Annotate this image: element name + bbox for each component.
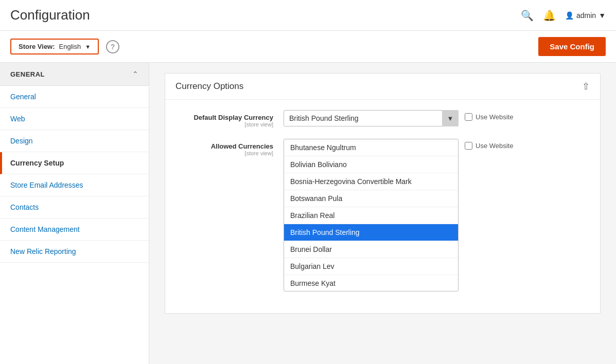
allowed-currencies-use-website-checkbox[interactable]: [465, 142, 472, 150]
list-item[interactable]: Bolivian Boliviano: [284, 156, 458, 173]
default-currency-use-website-checkbox[interactable]: [465, 113, 472, 121]
sidebar-item-general[interactable]: General: [0, 86, 149, 108]
admin-user-menu[interactable]: 👤 admin ▼: [565, 11, 606, 20]
page-title: Configuration: [10, 7, 521, 23]
allowed-currencies-sublabel: [store view]: [181, 150, 273, 156]
default-currency-select-wrapper: British Pound Sterling ▼: [284, 110, 459, 126]
sidebar-item-new-relic[interactable]: New Relic Reporting: [0, 241, 149, 263]
store-view-label: Store View:: [19, 43, 55, 50]
list-item[interactable]: Brunei Dollar: [284, 241, 458, 258]
app-header: Configuration 🔍 🔔 👤 admin ▼: [0, 0, 616, 31]
header-icons: 🔍 🔔 👤 admin ▼: [521, 9, 606, 22]
list-item[interactable]: Burmese Kyat: [284, 275, 458, 291]
section-collapse-icon[interactable]: ⇧: [582, 81, 590, 92]
bell-icon[interactable]: 🔔: [543, 9, 556, 22]
sidebar-item-general-link[interactable]: General: [0, 86, 149, 107]
sidebar-item-store-email-link[interactable]: Store Email Addresses: [0, 174, 149, 196]
list-item[interactable]: Brazilian Real: [284, 207, 458, 224]
default-currency-use-website: Use Website: [465, 110, 513, 121]
section-title: Currency Options: [175, 81, 243, 92]
section-header: Currency Options ⇧: [165, 74, 600, 100]
section-body: Default Display Currency [store view] Br…: [165, 100, 600, 313]
list-item[interactable]: Bulgarian Lev: [284, 258, 458, 275]
sidebar-item-list: General Web Design Currency Setup Store …: [0, 86, 149, 263]
list-item[interactable]: Bosnia-Herzegovina Convertible Mark: [284, 173, 458, 190]
allowed-currencies-control-col: Bhutanese Ngultrum Bolivian Boliviano Bo…: [284, 139, 585, 292]
allowed-currencies-label: Allowed Currencies: [211, 142, 273, 150]
store-view-selector[interactable]: Store View: English ▼: [10, 39, 99, 54]
sidebar-section-title: GENERAL: [10, 70, 45, 78]
default-currency-label: Default Display Currency: [193, 114, 273, 121]
list-item-selected[interactable]: British Pound Sterling: [284, 224, 458, 241]
allowed-currencies-use-website-label: Use Website: [476, 142, 513, 150]
sidebar-item-currency-setup-link[interactable]: Currency Setup: [2, 152, 149, 174]
default-currency-sublabel: [store view]: [181, 121, 273, 128]
sidebar-item-contacts-link[interactable]: Contacts: [0, 196, 149, 218]
currency-options-panel: Currency Options ⇧ Default Display Curre…: [165, 73, 601, 314]
list-item[interactable]: Botswanan Pula: [284, 190, 458, 207]
default-currency-control-col: British Pound Sterling ▼ Use Website: [284, 110, 585, 126]
sidebar-item-design[interactable]: Design: [0, 130, 149, 152]
sidebar: GENERAL ⌃ General Web Design Currency Se…: [0, 63, 149, 364]
sidebar-section-header[interactable]: GENERAL ⌃: [0, 63, 149, 86]
main-layout: GENERAL ⌃ General Web Design Currency Se…: [0, 63, 616, 364]
search-icon[interactable]: 🔍: [521, 9, 534, 22]
allowed-currencies-listbox[interactable]: Bhutanese Ngultrum Bolivian Boliviano Bo…: [284, 139, 459, 292]
store-view-chevron-icon: ▼: [85, 44, 91, 50]
user-icon: 👤: [565, 11, 574, 20]
sidebar-item-content-management-link[interactable]: Content Management: [0, 219, 149, 240]
allowed-currencies-listbox-wrapper: Bhutanese Ngultrum Bolivian Boliviano Bo…: [284, 139, 459, 292]
sidebar-item-store-email[interactable]: Store Email Addresses: [0, 174, 149, 196]
default-currency-label-col: Default Display Currency [store view]: [181, 110, 284, 128]
allowed-currencies-scroll[interactable]: Bhutanese Ngultrum Bolivian Boliviano Bo…: [284, 139, 458, 291]
sidebar-item-new-relic-link[interactable]: New Relic Reporting: [0, 241, 149, 262]
store-view-value: English: [59, 43, 81, 50]
sidebar-item-contacts[interactable]: Contacts: [0, 196, 149, 219]
allowed-currencies-row: Allowed Currencies [store view] Bhutanes…: [181, 139, 585, 292]
help-icon[interactable]: ?: [106, 40, 119, 53]
default-currency-use-website-label: Use Website: [476, 113, 513, 121]
save-config-button[interactable]: Save Config: [538, 37, 606, 56]
default-currency-row: Default Display Currency [store view] Br…: [181, 110, 585, 128]
allowed-currencies-label-col: Allowed Currencies [store view]: [181, 139, 284, 156]
list-item[interactable]: Bhutanese Ngultrum: [284, 139, 458, 156]
default-currency-select[interactable]: British Pound Sterling: [284, 110, 459, 126]
sidebar-item-currency-setup[interactable]: Currency Setup: [0, 152, 149, 174]
sidebar-item-content-management[interactable]: Content Management: [0, 219, 149, 241]
main-content: Currency Options ⇧ Default Display Curre…: [149, 63, 616, 364]
admin-label: admin: [576, 11, 596, 20]
sidebar-item-web-link[interactable]: Web: [0, 108, 149, 130]
sidebar-collapse-icon: ⌃: [132, 70, 138, 78]
admin-chevron-icon: ▼: [599, 11, 606, 20]
store-view-bar: Store View: English ▼ ? Save Config: [0, 31, 616, 63]
sidebar-item-design-link[interactable]: Design: [0, 130, 149, 152]
allowed-currencies-use-website: Use Website: [465, 139, 513, 150]
sidebar-item-web[interactable]: Web: [0, 108, 149, 130]
